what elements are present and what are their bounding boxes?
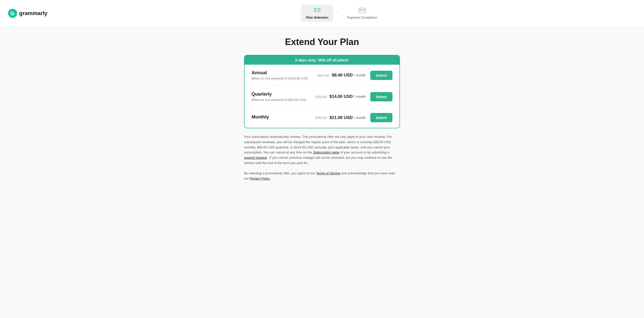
plan-row-annual: Annual Billed as one payment of $100.80 …	[245, 65, 399, 86]
monthly-plan-info: Monthly	[252, 114, 315, 121]
stepper: Plan Selection → Payment Completion	[48, 5, 636, 22]
terms-of-service-link[interactable]: Terms of Service	[316, 171, 341, 175]
step2-label: Payment Completion	[347, 16, 377, 19]
annual-new-price: $8.40 USD / month	[332, 73, 366, 78]
plan-card: 2 days only: 30% off all plans* Annual B…	[244, 55, 400, 128]
step-arrow: →	[335, 9, 340, 14]
annual-plan-billing: Billed as one payment of $100.80 USD	[252, 76, 318, 80]
annual-plan-name: Annual	[252, 70, 318, 75]
disclaimer-text: Your subscription automatically renews. …	[244, 134, 400, 166]
plan-row-monthly: Monthly $30.00 $21.00 USD / month Select	[245, 107, 399, 128]
quarterly-plan-billing: Billed as one payment of $42.00 USD	[252, 98, 315, 102]
promo-banner: 2 days only: 30% off all plans*	[245, 55, 399, 65]
annual-plan-info: Annual Billed as one payment of $100.80 …	[252, 70, 318, 80]
annual-price-area: $12.00 $8.40 USD / month	[318, 73, 366, 78]
annual-select-button[interactable]: Select	[370, 71, 392, 80]
quarterly-per-month: / month	[354, 95, 366, 99]
svg-point-7	[314, 8, 315, 9]
annual-old-price: $12.00	[318, 73, 329, 77]
terms-text: By selecting a promotional offer, you ag…	[244, 171, 400, 181]
header: grammarly Plan Selection →	[0, 0, 644, 27]
quarterly-old-price: $20.00	[315, 95, 327, 99]
support-request-link[interactable]: support request	[244, 156, 267, 160]
svg-point-9	[314, 11, 315, 12]
page-title: Extend Your Plan	[285, 37, 359, 47]
svg-rect-11	[359, 9, 366, 10]
monthly-old-price: $30.00	[315, 115, 327, 120]
monthly-price-area: $30.00 $21.00 USD / month	[315, 115, 366, 120]
svg-rect-4	[317, 8, 320, 9]
monthly-select-button[interactable]: Select	[370, 113, 392, 122]
plan-row-quarterly: Quarterly Billed as one payment of $42.0…	[245, 86, 399, 107]
main-content: Extend Your Plan 2 days only: 30% off al…	[0, 27, 644, 196]
svg-rect-12	[360, 11, 362, 12]
monthly-per-month: / month	[354, 116, 366, 120]
subscription-page-link[interactable]: Subscription page	[313, 150, 339, 154]
payment-icon	[359, 7, 366, 14]
logo[interactable]: grammarly	[8, 9, 48, 18]
svg-rect-10	[359, 8, 366, 13]
monthly-new-price: $21.00 USD / month	[330, 115, 366, 120]
annual-per-month: / month	[354, 73, 366, 77]
step-plan-selection: Plan Selection	[301, 5, 333, 22]
monthly-plan-name: Monthly	[252, 114, 315, 120]
quarterly-new-price: $14.00 USD / month	[330, 94, 366, 99]
svg-point-8	[314, 10, 315, 11]
step-payment-completion: Payment Completion	[342, 5, 382, 22]
plan-selection-icon	[314, 7, 321, 14]
quarterly-plan-name: Quarterly	[252, 92, 315, 97]
logo-text: grammarly	[19, 10, 48, 17]
privacy-policy-link[interactable]: Privacy Policy	[250, 177, 270, 180]
quarterly-select-button[interactable]: Select	[370, 92, 392, 101]
step1-label: Plan Selection	[306, 16, 328, 19]
quarterly-price-area: $20.00 $14.00 USD / month	[315, 94, 366, 99]
svg-rect-6	[317, 11, 320, 12]
svg-rect-5	[317, 10, 320, 10]
quarterly-plan-info: Quarterly Billed as one payment of $42.0…	[252, 92, 315, 102]
grammarly-logo-icon	[8, 9, 17, 18]
